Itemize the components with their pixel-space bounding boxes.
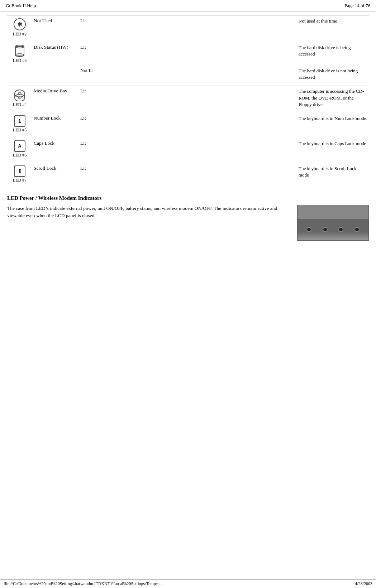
led3-icon-cell: LED #3 — [7, 42, 32, 66]
led4-label: LED #4 — [9, 102, 31, 107]
led2-meaning-0: Not used at this time — [297, 16, 369, 39]
app-name: GoBook II Help — [6, 3, 36, 9]
led5-meaning-0: The keyboard is in Num Lock mode. — [297, 113, 369, 135]
led7-function: Scroll Lock — [32, 163, 79, 185]
led7-meaning-0: The keyboard is in Scroll Lock mode — [297, 163, 369, 185]
led4-state-0: Lit — [79, 86, 108, 110]
svg-point-9 — [15, 94, 25, 101]
led4-meaning-0: The computer is accessing the CD-ROM, th… — [297, 86, 369, 110]
footer-path: file://C:\Documents%20and%20Settings\har… — [4, 581, 163, 587]
table-row: Not litThe hard disk drive is not being … — [7, 66, 369, 83]
led-dot-4 — [354, 227, 360, 232]
page-info: Page 14 of 76 — [344, 3, 370, 9]
led-dot-3 — [338, 227, 343, 232]
led3-icon-cell — [7, 66, 32, 83]
led-image — [297, 205, 369, 241]
led7-icon-cell: ⇕ LED #7 — [7, 163, 32, 185]
led5-label: LED #5 — [9, 127, 31, 133]
led6-icon: A — [9, 140, 31, 152]
page-header: GoBook II Help Page 14 of 76 — [0, 0, 376, 12]
led3-state-1: Not lit — [79, 66, 108, 83]
led2-icon: ✱ — [9, 18, 31, 31]
table-row: A LED #6 Caps LockLitThe keyboard is in … — [7, 138, 369, 160]
svg-text:✱: ✱ — [17, 21, 23, 28]
led5-icon: 1 — [9, 115, 31, 127]
table-row: LED #4 Media Drive BayLitThe computer is… — [7, 86, 369, 110]
led6-state-0: Lit — [79, 138, 108, 160]
led-dot-2 — [323, 227, 328, 232]
led2-icon-cell: ✱ LED #2 — [7, 16, 32, 39]
main-content: ✱ LED #2 Not UsedLitNot used at this tim… — [0, 12, 376, 262]
led7-icon: ⇕ — [9, 165, 31, 177]
led5-function: Number Lock — [32, 113, 79, 135]
table-row: ✱ LED #2 Not UsedLitNot used at this tim… — [7, 16, 369, 39]
led2-label: LED #2 — [9, 32, 31, 37]
led3-meaning-1: The hard disk drive is not being accesse… — [297, 66, 369, 83]
led4-icon-cell: LED #4 — [7, 86, 32, 110]
led3-meaning-0: The hard disk drive is being accessed — [297, 42, 369, 66]
led7-label: LED #7 — [9, 178, 31, 183]
led-dot-1 — [306, 227, 311, 232]
led2-state-0: Lit — [79, 16, 108, 39]
led3-state-0: Lit — [79, 42, 108, 66]
led5-state-0: Lit — [79, 113, 108, 135]
svg-point-5 — [15, 90, 25, 97]
table-row: LED #3 Disk Status (HW)LitThe hard disk … — [7, 42, 369, 66]
led3-label: LED #3 — [9, 58, 31, 63]
led7-state-0: Lit — [79, 163, 108, 185]
led5-icon-cell: 1 LED #5 — [7, 113, 32, 135]
led3-function: Disk Status (HW) — [32, 42, 79, 66]
table-row: 1 LED #5 Number LockLitThe keyboard is i… — [7, 113, 369, 135]
led3-function — [32, 66, 79, 83]
led6-label: LED #6 — [9, 153, 31, 158]
section-heading: LED Power / Wireless Modem Indicators — [7, 195, 369, 201]
led4-function: Media Drive Bay — [32, 86, 79, 110]
footer-date: 4/28/2003 — [355, 581, 372, 587]
led6-function: Caps Lock — [32, 138, 79, 160]
led3-icon — [9, 44, 31, 57]
led6-meaning-0: The keyboard is in Caps Lock mode — [297, 138, 369, 160]
table-row: ⇕ LED #7 Scroll LockLitThe keyboard is i… — [7, 163, 369, 185]
led-table: ✱ LED #2 Not UsedLitNot used at this tim… — [7, 15, 369, 188]
led4-icon — [9, 88, 31, 101]
led6-icon-cell: A LED #6 — [7, 138, 32, 160]
led2-function: Not Used — [32, 16, 79, 39]
footer: file://C:\Documents%20and%20Settings\har… — [0, 579, 376, 588]
